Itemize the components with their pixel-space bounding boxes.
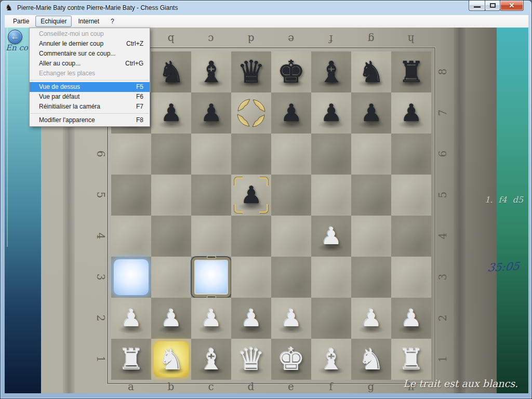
piece-black-rook-h8[interactable]: ♜ bbox=[391, 51, 431, 92]
piece-white-queen-d1[interactable]: ♛ bbox=[231, 339, 271, 380]
app-icon: ♞ bbox=[5, 3, 15, 12]
menu-item-conseillez-moi-un-coup[interactable]: Conseillez-moi un coup bbox=[30, 29, 150, 39]
piece-black-bishop-c8[interactable]: ♝ bbox=[191, 51, 231, 92]
square-d4[interactable] bbox=[231, 216, 271, 257]
rank-label-left-2: 2 bbox=[94, 310, 108, 326]
slab-groove-right bbox=[454, 28, 466, 393]
square-a6[interactable] bbox=[111, 134, 151, 175]
piece-white-bishop-c1[interactable]: ♝ bbox=[191, 339, 231, 380]
piece-black-pawn-c7[interactable]: ♟ bbox=[191, 92, 231, 134]
piece-white-bishop-f1[interactable]: ♝ bbox=[311, 339, 351, 380]
file-label-top-g: g bbox=[363, 32, 379, 46]
rank-label-right-1: 1 bbox=[436, 351, 449, 367]
piece-black-pawn-h7[interactable]: ♟ bbox=[391, 92, 431, 134]
square-h3[interactable] bbox=[391, 257, 431, 298]
menu-item-reinitialiser-la-camera[interactable]: Réinitialiser la caméra F7 bbox=[30, 102, 150, 112]
piece-white-pawn-c2[interactable]: ♟ bbox=[191, 298, 231, 339]
square-d3[interactable] bbox=[231, 257, 271, 298]
piece-white-knight-g1[interactable]: ♞ bbox=[351, 339, 391, 380]
menu-partie[interactable]: Partie bbox=[8, 16, 34, 27]
square-a5[interactable] bbox=[111, 175, 151, 216]
legal-move-highlight bbox=[194, 259, 229, 295]
square-d6[interactable] bbox=[231, 134, 271, 175]
square-f2[interactable] bbox=[311, 298, 351, 339]
piece-white-rook-h1[interactable]: ♜ bbox=[391, 339, 431, 380]
square-c4[interactable] bbox=[191, 216, 231, 257]
menu-item-commentaire-sur-ce-coup[interactable]: Commentaire sur ce coup... bbox=[30, 49, 150, 59]
rank-label-right-3: 3 bbox=[436, 269, 449, 285]
square-b3[interactable] bbox=[151, 257, 191, 298]
menu-bar: Partie Echiquier Internet ? bbox=[5, 15, 528, 28]
piece-black-queen-d8[interactable]: ♛ bbox=[231, 51, 271, 92]
menu-item-vue-de-dessus[interactable]: Vue de dessus F5 bbox=[30, 82, 150, 92]
square-h4[interactable] bbox=[391, 216, 431, 257]
piece-white-pawn-d2[interactable]: ♟ bbox=[231, 298, 271, 339]
menu-item-aller-au-coup[interactable]: Aller au coup... Ctrl+G bbox=[30, 59, 150, 69]
square-a3[interactable] bbox=[111, 257, 151, 298]
square-g5[interactable] bbox=[351, 175, 391, 216]
piece-black-knight-g8[interactable]: ♞ bbox=[351, 51, 391, 92]
piece-white-pawn-g2[interactable]: ♟ bbox=[351, 298, 391, 339]
piece-black-bishop-f8[interactable]: ♝ bbox=[311, 51, 351, 92]
piece-black-king-e8[interactable]: ♚ bbox=[271, 51, 311, 92]
square-a4[interactable] bbox=[111, 216, 151, 257]
square-e6[interactable] bbox=[271, 134, 311, 175]
square-g3[interactable] bbox=[351, 257, 391, 298]
piece-white-pawn-a2[interactable]: ♟ bbox=[111, 298, 151, 339]
square-e4[interactable] bbox=[271, 216, 311, 257]
piece-black-pawn-f7[interactable]: ♟ bbox=[311, 92, 351, 134]
minimize-button[interactable] bbox=[469, 1, 485, 11]
square-b5[interactable] bbox=[151, 175, 191, 216]
maximize-button[interactable] bbox=[485, 1, 500, 11]
piece-black-pawn-d5[interactable]: ♟ bbox=[231, 175, 271, 216]
game-clock: 35:05 bbox=[477, 260, 528, 275]
piece-black-pawn-g7[interactable]: ♟ bbox=[351, 92, 391, 134]
square-e5[interactable] bbox=[271, 175, 311, 216]
piece-white-pawn-b2[interactable]: ♟ bbox=[151, 298, 191, 339]
square-g6[interactable] bbox=[351, 134, 391, 175]
square-f6[interactable] bbox=[311, 134, 351, 175]
close-button[interactable]: ✕ bbox=[500, 1, 524, 11]
square-g4[interactable] bbox=[351, 216, 391, 257]
file-label-top-d: d bbox=[243, 32, 259, 46]
square-h6[interactable] bbox=[391, 134, 431, 175]
square-c5[interactable] bbox=[191, 175, 231, 216]
menu-item-annuler-le-dernier-coup[interactable]: Annuler le dernier coup Ctrl+Z bbox=[30, 39, 150, 49]
square-f5[interactable] bbox=[311, 175, 351, 216]
file-label-top-e: e bbox=[283, 32, 299, 46]
square-e3[interactable] bbox=[271, 257, 311, 298]
piece-white-king-e1[interactable]: ♚ bbox=[271, 339, 311, 380]
maximize-icon bbox=[490, 3, 496, 8]
file-label-top-b: b bbox=[163, 32, 179, 46]
piece-white-rook-a1[interactable]: ♜ bbox=[111, 339, 151, 380]
rank-label-right-4: 4 bbox=[436, 228, 449, 244]
square-f3[interactable] bbox=[311, 257, 351, 298]
piece-black-knight-b8[interactable]: ♞ bbox=[151, 51, 191, 92]
back-button[interactable]: ← bbox=[8, 30, 22, 44]
minimize-icon bbox=[474, 6, 481, 8]
square-c3[interactable] bbox=[191, 257, 231, 298]
piece-white-pawn-h2[interactable]: ♟ bbox=[391, 298, 431, 339]
menu-item-echanger-les-places[interactable]: Echanger les places bbox=[30, 69, 150, 78]
square-b6[interactable] bbox=[151, 134, 191, 175]
square-b4[interactable] bbox=[151, 216, 191, 257]
menu-item-modifier-l-apparence[interactable]: Modifier l'apparence F8 bbox=[30, 115, 150, 125]
last-move-origin-marker bbox=[231, 92, 271, 134]
square-d7[interactable] bbox=[231, 92, 271, 134]
piece-white-knight-b1[interactable]: ♞ bbox=[151, 339, 191, 380]
background-right bbox=[497, 28, 528, 393]
square-h5[interactable] bbox=[391, 175, 431, 216]
file-label-bottom-a: a bbox=[123, 380, 139, 393]
caption-buttons: ✕ bbox=[469, 1, 524, 11]
title-bar[interactable]: ♞ Pierre-Marie Baty contre Pierre-Marie … bbox=[1, 1, 531, 15]
piece-white-pawn-f4[interactable]: ♟ bbox=[311, 216, 351, 257]
piece-white-pawn-e2[interactable]: ♟ bbox=[271, 298, 311, 339]
menu-internet[interactable]: Internet bbox=[73, 16, 104, 27]
menu-help[interactable]: ? bbox=[105, 16, 119, 27]
menu-echiquier[interactable]: Echiquier bbox=[35, 16, 72, 27]
menu-item-vue-par-defaut[interactable]: Vue par défaut F6 bbox=[30, 92, 150, 102]
rank-label-right-6: 6 bbox=[436, 146, 449, 162]
piece-black-pawn-b7[interactable]: ♟ bbox=[151, 92, 191, 134]
piece-black-pawn-e7[interactable]: ♟ bbox=[271, 92, 311, 134]
square-c6[interactable] bbox=[191, 134, 231, 175]
